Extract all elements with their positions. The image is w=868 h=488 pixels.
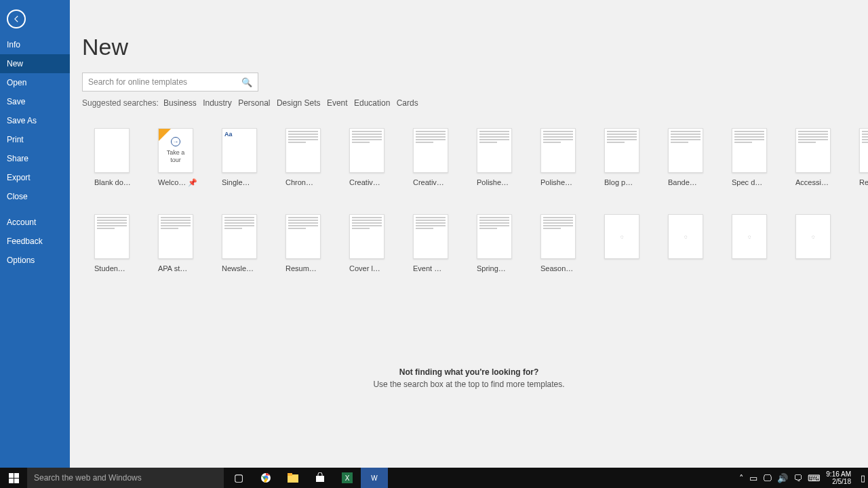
sidebar-item-info[interactable]: Info (0, 35, 70, 54)
template-label: Report… (859, 178, 868, 186)
task-view-icon[interactable]: ▢ (225, 468, 252, 488)
template-tile[interactable]: APA st… (158, 214, 199, 272)
template-label: Event … (413, 264, 454, 272)
search-icon[interactable]: 🔍 (241, 77, 252, 87)
not-finding-heading: Not finding what you're looking for? (70, 367, 868, 377)
taskbar-clock[interactable]: 9:16 AM 2/5/18 (826, 470, 855, 485)
sidebar-item-save-as[interactable]: Save As (0, 111, 70, 130)
template-tile[interactable]: ◌ (604, 214, 645, 272)
template-row-2: Studen…APA st…Newsle…Resum…Cover l…Event… (70, 214, 868, 272)
template-search[interactable]: 🔍 (82, 73, 258, 92)
template-tile[interactable]: Chron… (285, 128, 326, 187)
template-label: APA st… (158, 264, 199, 272)
template-tile[interactable]: Spring… (477, 214, 517, 272)
template-label: Creativ… (349, 178, 390, 186)
template-tile[interactable]: Cover l… (349, 214, 390, 272)
template-label: Resum… (285, 264, 326, 272)
system-tray: ˄ ▭ 🖵 🔊 🗨 ⌨ 9:16 AM 2/5/18 ▯ (739, 470, 868, 485)
sidebar-item-share[interactable]: Share (0, 149, 70, 168)
template-label: Creativ… (413, 178, 454, 186)
chrome-icon[interactable] (252, 468, 279, 488)
template-tile[interactable]: AaSingle… (222, 128, 262, 187)
svg-rect-4 (316, 476, 324, 482)
template-tile[interactable]: Event … (413, 214, 454, 272)
tray-volume-icon[interactable]: 🔊 (777, 473, 788, 483)
suggested-cards[interactable]: Cards (397, 98, 418, 108)
template-label: Accessi… (795, 178, 836, 186)
template-label: Welco… 📌 (158, 178, 199, 187)
sidebar-item-open[interactable]: Open (0, 73, 70, 92)
sidebar-item-print[interactable]: Print (0, 130, 70, 149)
template-label: Season… (540, 264, 581, 272)
back-arrow-icon (12, 14, 21, 24)
tray-chevron-icon[interactable]: ˄ (739, 473, 744, 483)
template-tile[interactable]: Studen… (94, 214, 135, 272)
template-tile[interactable]: ◌ (732, 214, 772, 272)
sidebar-item-account[interactable]: Account (0, 213, 70, 232)
template-tile[interactable]: Polishe… (477, 128, 517, 187)
back-button[interactable] (7, 9, 26, 28)
template-tile[interactable]: Newsle… (222, 214, 262, 272)
template-label: Blank do… (94, 178, 135, 186)
sidebar-item-close[interactable]: Close (0, 187, 70, 206)
template-label: Cover l… (349, 264, 390, 272)
svg-rect-3 (288, 473, 292, 476)
page-title: New (82, 34, 868, 60)
file-explorer-icon[interactable] (279, 468, 307, 488)
taskbar-apps: ▢ X W (225, 468, 388, 488)
template-label: Bande… (668, 178, 709, 186)
template-label: Spring… (477, 264, 517, 272)
svg-text:W: W (371, 474, 378, 482)
sidebar-item-save[interactable]: Save (0, 92, 70, 111)
template-tile[interactable]: ◌ (795, 214, 836, 272)
template-tile[interactable]: Polishe… (540, 128, 581, 187)
template-tile[interactable]: Spec d… (732, 128, 772, 187)
template-tile[interactable]: Report… (859, 128, 868, 187)
suggested-industry[interactable]: Industry (203, 98, 232, 108)
suggested-personal[interactable]: Personal (238, 98, 270, 108)
suggested-event[interactable]: Event (327, 98, 348, 108)
tray-network-icon[interactable]: 🖵 (763, 473, 772, 483)
template-label: Newsle… (222, 264, 262, 272)
template-tile[interactable]: Season… (540, 214, 581, 272)
template-tile[interactable]: Accessi… (795, 128, 836, 187)
not-finding: Not finding what you're looking for? Use… (70, 367, 868, 389)
template-label: Polishe… (540, 178, 581, 186)
template-tile[interactable]: Resum… (285, 214, 326, 272)
template-label: Chron… (285, 178, 326, 186)
store-icon[interactable] (307, 468, 334, 488)
word-icon[interactable]: W (361, 468, 388, 488)
suggested-education[interactable]: Education (354, 98, 390, 108)
template-tile[interactable]: Blog p… (604, 128, 645, 187)
cortana-search[interactable]: Search the web and Windows (27, 468, 224, 488)
template-tile[interactable]: →Take atourWelco… 📌 (158, 128, 199, 187)
excel-icon[interactable]: X (334, 468, 361, 488)
tray-battery-icon[interactable]: ▭ (749, 473, 757, 483)
template-label: Single… (222, 178, 262, 186)
sidebar-item-feedback[interactable]: Feedback (0, 232, 70, 251)
not-finding-text: Use the search box at the top to find mo… (70, 380, 868, 389)
tray-keyboard-icon[interactable]: ⌨ (808, 473, 821, 483)
template-tile[interactable]: Creativ… (349, 128, 390, 187)
template-search-input[interactable] (88, 77, 241, 87)
sidebar-item-options[interactable]: Options (0, 251, 70, 270)
sidebar-item-export[interactable]: Export (0, 168, 70, 187)
template-label: Blog p… (604, 178, 645, 186)
svg-text:X: X (345, 474, 350, 482)
suggested-design-sets[interactable]: Design Sets (277, 98, 321, 108)
backstage-sidebar: Info New Open Save Save As Print Share E… (0, 0, 70, 468)
action-center-icon[interactable]: ▯ (861, 473, 865, 483)
suggested-business[interactable]: Business (163, 98, 197, 108)
start-button[interactable] (0, 468, 27, 488)
template-tile[interactable]: ◌ (668, 214, 709, 272)
cortana-placeholder: Search the web and Windows (34, 473, 142, 483)
template-tile[interactable]: Creativ… (413, 128, 454, 187)
main-panel: New 🔍 Suggested searches: Business Indus… (70, 0, 868, 468)
template-label: Polishe… (477, 178, 517, 186)
sidebar-item-new[interactable]: New (0, 54, 70, 73)
clock-time: 9:16 AM (826, 470, 851, 478)
template-tile[interactable]: Bande… (668, 128, 709, 187)
tray-notes-icon[interactable]: 🗨 (793, 473, 802, 483)
template-tile[interactable]: Blank do… (94, 128, 135, 187)
template-label: Spec d… (732, 178, 772, 186)
